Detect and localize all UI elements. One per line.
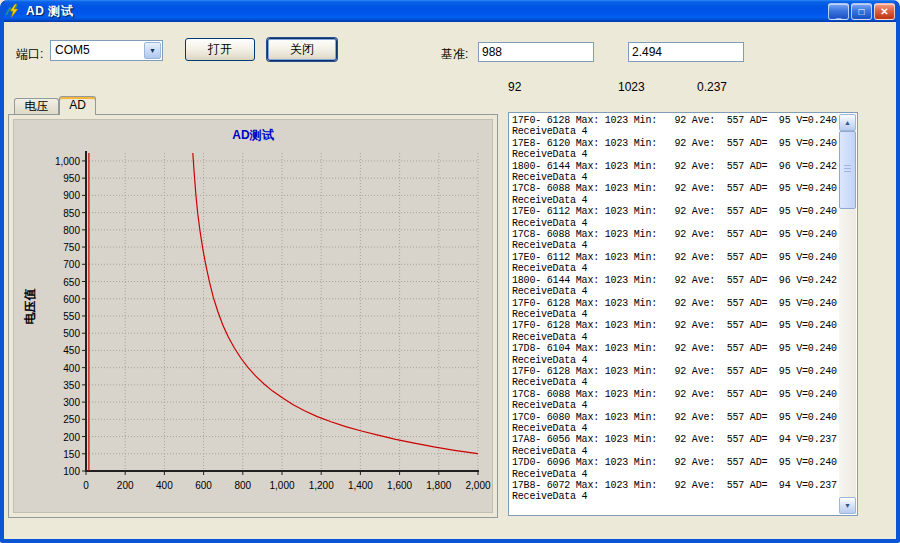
log-line: 17F0- 6128 Max: 1023 Min: 92 Ave: 557 AD… <box>512 366 838 377</box>
tab-voltage[interactable]: 电压 <box>14 98 59 114</box>
log-line: 17D8- 6104 Max: 1023 Min: 92 Ave: 557 AD… <box>512 343 838 354</box>
tab-ad[interactable]: AD <box>59 96 96 115</box>
log-line: ReceiveData 4 <box>512 240 838 251</box>
tab-panel: AD测试 电压值 1,00095090085080075070065060055… <box>8 114 498 518</box>
log-line: 1800- 6144 Max: 1023 Min: 92 Ave: 557 AD… <box>512 161 838 172</box>
log-line: ReceiveData 4 <box>512 355 838 366</box>
log-line: 17F0- 6128 Max: 1023 Min: 92 Ave: 557 AD… <box>512 115 838 126</box>
log-line: ReceiveData 4 <box>512 218 838 229</box>
app-icon <box>5 3 21 19</box>
log-line: ReceiveData 4 <box>512 195 838 206</box>
log-line: 17A8- 6056 Max: 1023 Min: 92 Ave: 557 AD… <box>512 434 838 445</box>
log-line: ReceiveData 4 <box>512 149 838 160</box>
series-decay-curve <box>193 153 478 454</box>
readout-min: 92 <box>508 80 521 94</box>
log-line: ReceiveData 4 <box>512 377 838 388</box>
reference-label: 基准: <box>441 46 468 63</box>
log-scrollbar[interactable]: ▲ ▼ <box>839 114 856 514</box>
reference-ad-input[interactable] <box>478 42 594 62</box>
port-label: 端口: <box>16 46 43 63</box>
readout-volt: 0.237 <box>697 80 727 94</box>
readout-max: 1023 <box>618 80 645 94</box>
log-line: ReceiveData 4 <box>512 400 838 411</box>
close-icon: ✕ <box>880 4 888 19</box>
open-button[interactable]: 打开 <box>185 38 255 61</box>
scroll-up-button[interactable]: ▲ <box>839 114 856 131</box>
log-line: ReceiveData 4 <box>512 286 838 297</box>
log-line: 17F0- 6128 Max: 1023 Min: 92 Ave: 557 AD… <box>512 320 838 331</box>
scroll-down-button[interactable]: ▼ <box>839 497 856 514</box>
log-line: 17C0- 6080 Max: 1023 Min: 92 Ave: 557 AD… <box>512 412 838 423</box>
log-line: ReceiveData 4 <box>512 309 838 320</box>
log-line: 17E8- 6120 Max: 1023 Min: 92 Ave: 557 AD… <box>512 138 838 149</box>
maximize-icon: □ <box>858 4 864 19</box>
log-lines: 17F0- 6128 Max: 1023 Min: 92 Ave: 557 AD… <box>512 115 838 513</box>
log-line: 17E0- 6112 Max: 1023 Min: 92 Ave: 557 AD… <box>512 206 838 217</box>
log-line: ReceiveData 4 <box>512 172 838 183</box>
log-line: ReceiveData 4 <box>512 423 838 434</box>
app-window: AD 测试 _ □ ✕ 端口: COM5 ▼ 打开 关闭 基准: 92 1023… <box>0 0 900 543</box>
maximize-button[interactable]: □ <box>851 3 872 20</box>
log-line: 17C8- 6088 Max: 1023 Min: 92 Ave: 557 AD… <box>512 389 838 400</box>
scroll-up-icon: ▲ <box>840 115 855 130</box>
log-line: ReceiveData 4 <box>512 491 838 502</box>
port-dropdown-button[interactable]: ▼ <box>144 42 161 59</box>
close-window-button[interactable]: ✕ <box>874 3 895 20</box>
reference-volt-input[interactable] <box>628 42 744 62</box>
log-line: 17F0- 6128 Max: 1023 Min: 92 Ave: 557 AD… <box>512 298 838 309</box>
minimize-button[interactable]: _ <box>828 3 849 20</box>
log-line: 17D0- 6096 Max: 1023 Min: 92 Ave: 557 AD… <box>512 457 838 468</box>
log-line: 17E0- 6112 Max: 1023 Min: 92 Ave: 557 AD… <box>512 252 838 263</box>
scroll-down-icon: ▼ <box>840 498 855 513</box>
log-line: ReceiveData 4 <box>512 469 838 480</box>
chart-canvas <box>14 120 494 512</box>
scroll-thumb[interactable] <box>839 131 856 209</box>
log-line: ReceiveData 4 <box>512 263 838 274</box>
log-listbox[interactable]: 17F0- 6128 Max: 1023 Min: 92 Ave: 557 AD… <box>508 112 858 516</box>
chart: AD测试 电压值 1,00095090085080075070065060055… <box>13 119 493 513</box>
port-select-value: COM5 <box>55 41 90 60</box>
window-controls: _ □ ✕ <box>828 3 895 20</box>
window-title: AD 测试 <box>26 0 73 22</box>
log-line: ReceiveData 4 <box>512 446 838 457</box>
minimize-icon: _ <box>836 6 842 21</box>
log-line: 17B8- 6072 Max: 1023 Min: 92 Ave: 557 AD… <box>512 480 838 491</box>
port-select[interactable]: COM5 ▼ <box>50 40 163 61</box>
log-line: ReceiveData 4 <box>512 126 838 137</box>
log-line: 17C8- 6088 Max: 1023 Min: 92 Ave: 557 AD… <box>512 229 838 240</box>
title-bar[interactable]: AD 测试 _ □ ✕ <box>0 0 900 22</box>
chevron-down-icon: ▼ <box>145 43 160 58</box>
log-line: ReceiveData 4 <box>512 332 838 343</box>
log-line: 1800- 6144 Max: 1023 Min: 92 Ave: 557 AD… <box>512 275 838 286</box>
log-line: 17C8- 6088 Max: 1023 Min: 92 Ave: 557 AD… <box>512 183 838 194</box>
close-button[interactable]: 关闭 <box>267 38 337 61</box>
